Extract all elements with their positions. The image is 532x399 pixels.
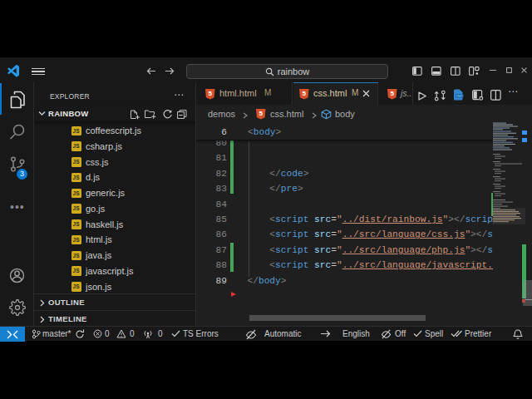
svg-text:PHP: PHP (456, 95, 463, 98)
